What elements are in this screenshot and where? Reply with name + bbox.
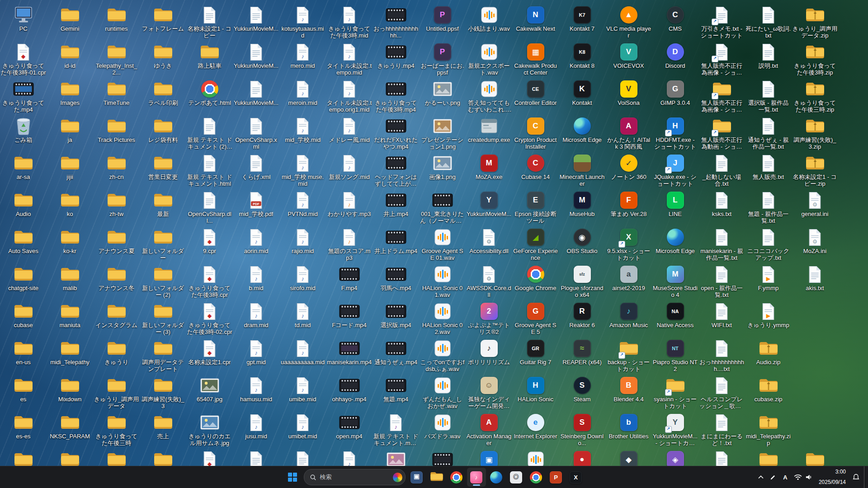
- desktop-icon[interactable]: manisekarin.mp4: [326, 337, 373, 366]
- desktop-icon[interactable]: zh-cn: [93, 152, 140, 181]
- desktop-icon[interactable]: es-es: [0, 411, 47, 440]
- desktop-icon[interactable]: 新規 テキスト ドキュメント.html: [186, 152, 233, 187]
- desktop-icon[interactable]: KKontakt: [559, 78, 605, 107]
- desktop-icon[interactable]: PC: [0, 4, 47, 33]
- taskbar-pinned-app-blue[interactable]: ▣: [407, 468, 426, 487]
- desktop-icon[interactable]: NTPiapro Studio NT2: [652, 337, 698, 372]
- desktop-icon[interactable]: Google Chrome: [512, 263, 559, 292]
- desktop-icon[interactable]: PDFmid_学校.pdf: [233, 189, 279, 218]
- start-button[interactable]: [283, 468, 302, 487]
- desktop-icon[interactable]: ♪: [326, 448, 373, 466]
- desktop-icon[interactable]: きゅうり食ってた.mp4: [0, 78, 47, 113]
- desktop-icon[interactable]: ◆: [186, 448, 233, 466]
- desktop-icon[interactable]: きゅうり食ってた午後三時.zip: [792, 78, 838, 113]
- desktop-icon[interactable]: ↗backup - ショートカット: [605, 337, 652, 372]
- taskbar-music-app[interactable]: ♪: [467, 468, 486, 487]
- desktop-icon[interactable]: こっでonですおfdsbふぁ.wav: [419, 337, 466, 372]
- desktop-icon[interactable]: Images: [47, 78, 93, 107]
- desktop-icon[interactable]: インスタグラム: [93, 300, 140, 329]
- desktop-icon[interactable]: Auto Saves: [0, 226, 47, 255]
- desktop-icon[interactable]: sfzPlogue sforzando x64: [559, 263, 605, 298]
- desktop-icon[interactable]: ●: [559, 448, 605, 466]
- desktop-icon[interactable]: H↗HDDFMT.exe - ショートカット: [652, 115, 698, 150]
- desktop-icon[interactable]: ♪きゅうり食ってた午後3時.mid: [326, 4, 373, 39]
- desktop-icon[interactable]: 無題 - 親作品一覧.txt: [745, 189, 792, 224]
- desktop-icon[interactable]: ↗syasinn - ショートカット: [652, 374, 698, 409]
- desktop-icon[interactable]: [233, 448, 279, 466]
- desktop-icon[interactable]: midi_Telepathy: [47, 337, 93, 366]
- desktop-icon[interactable]: [419, 448, 466, 466]
- desktop-icon[interactable]: GGroove Agent SE 5: [512, 300, 559, 335]
- desktop-icon[interactable]: きゅうり食ってた午後三時: [93, 411, 140, 446]
- desktop-icon[interactable]: NKSC_PARAM: [47, 411, 93, 440]
- taskbar-google-chrome[interactable]: [447, 468, 466, 487]
- taskbar-light-round-app[interactable]: ◎: [507, 468, 526, 487]
- desktop-icon[interactable]: J↗JQuake.exe - ショートカット: [652, 152, 698, 187]
- desktop-icon[interactable]: SSteam: [559, 374, 605, 403]
- desktop-icon[interactable]: ヘルスコンプレッション＿歌詞.txt: [698, 374, 745, 409]
- desktop-icon[interactable]: ♪メドレー風.mid: [326, 115, 373, 144]
- desktop-icon[interactable]: テンポあて.html: [186, 78, 233, 107]
- desktop-icon[interactable]: ♪新規 テキスト ドキュメント.musicxml: [373, 411, 419, 446]
- desktop-icon[interactable]: ♪新規ソング.mid: [326, 152, 373, 181]
- desktop-icon[interactable]: 営業日変更: [140, 152, 186, 181]
- desktop-icon[interactable]: [47, 448, 93, 466]
- desktop-icon[interactable]: ko: [47, 189, 93, 218]
- desktop-icon[interactable]: 選択版.mp4: [373, 300, 419, 329]
- desktop-icon[interactable]: きゅうり_調声用データ: [93, 374, 140, 409]
- desktop-icon[interactable]: en-us: [0, 337, 47, 366]
- desktop-icon[interactable]: 名称未設定1 - コピー: [186, 4, 233, 39]
- tray-overflow-chevron-button[interactable]: [755, 468, 767, 486]
- desktop-icon[interactable]: Track Pictures: [93, 115, 140, 144]
- desktop-icon[interactable]: ♪meroin.mid: [279, 78, 326, 107]
- desktop-icon[interactable]: アナウンス冬: [93, 263, 140, 292]
- desktop-icon[interactable]: ニコニコバックアップ.txt: [745, 226, 792, 261]
- desktop-icon[interactable]: おっhhhhhhhhhhh....txt: [698, 337, 745, 372]
- desktop-icon[interactable]: AActivation Manager: [466, 411, 512, 446]
- desktop-icon[interactable]: ゆうき: [140, 41, 186, 70]
- desktop-icon[interactable]: K8Kontakt 8: [559, 41, 605, 70]
- desktop-icon[interactable]: ◈: [652, 448, 698, 466]
- desktop-icon[interactable]: [792, 448, 838, 466]
- desktop-icon[interactable]: ◆きゅうり食ってた午後3時.cpr: [186, 263, 233, 298]
- search-box[interactable]: 検索: [304, 469, 406, 485]
- desktop-icon[interactable]: 新しいフォルダー (2): [140, 263, 186, 298]
- desktop-icon[interactable]: ◆: [605, 448, 652, 466]
- desktop-icon[interactable]: アナウンス夏: [93, 226, 140, 255]
- desktop-icon[interactable]: ☺孤独なインディーゲーム開発者の一生...: [466, 374, 512, 409]
- desktop-wallpaper[interactable]: PC◆きゅうり食ってた午後3時-01.cprきゅうり食ってた.mp4ごみ箱ar-…: [0, 0, 868, 466]
- desktop-icon[interactable]: ksks.txt: [698, 189, 745, 218]
- desktop-icon[interactable]: きゅうり: [93, 337, 140, 366]
- desktop-icon[interactable]: Audio.zip: [745, 337, 792, 366]
- desktop-icon[interactable]: Y↗YukkuriMovieM... - ショートカット: [652, 411, 698, 446]
- desktop-icon[interactable]: Minecraft Launcher: [559, 152, 605, 187]
- taskbar-file-explorer[interactable]: [427, 468, 446, 487]
- desktop-icon[interactable]: CCrypton Product Installer: [512, 115, 559, 150]
- desktop-icon[interactable]: [140, 448, 186, 466]
- desktop-icon[interactable]: Fコード.mp4: [326, 300, 373, 329]
- desktop-icon[interactable]: ⚙general.ini: [792, 189, 838, 218]
- desktop-icon[interactable]: Pおーばーまにお.ppsf: [419, 41, 466, 76]
- desktop-icon[interactable]: まにまにわーるど！.txt: [698, 411, 745, 446]
- desktop-icon[interactable]: es: [0, 374, 47, 403]
- desktop-icon[interactable]: 説明.txt: [745, 41, 792, 70]
- desktop-icon[interactable]: ♪b.mid: [233, 263, 279, 292]
- desktop-icon[interactable]: 名称未設定1 - コピー.zip: [792, 152, 838, 187]
- desktop-icon[interactable]: YYukkuriMovieM...: [466, 189, 512, 218]
- desktop-icon[interactable]: 新しいフォルダー (3): [140, 300, 186, 335]
- desktop-icon[interactable]: ↗無人販売不正行為画像 - ショートカット: [698, 78, 745, 113]
- desktop-icon[interactable]: Microsoft Edge: [652, 226, 698, 255]
- desktop-icon[interactable]: HALion Sonic 01.wav: [419, 263, 466, 298]
- desktop-icon[interactable]: [279, 448, 326, 466]
- desktop-icon[interactable]: ♪td.mid: [279, 300, 326, 329]
- desktop-icon[interactable]: cubase.zip: [745, 374, 792, 403]
- desktop-icon[interactable]: WIFI.txt: [698, 300, 745, 329]
- desktop-icon[interactable]: 選択版 - 親作品一覧.txt: [745, 78, 792, 113]
- taskbar-powerpoint[interactable]: P: [547, 468, 566, 487]
- desktop-icon[interactable]: Audio: [0, 189, 47, 218]
- desktop-icon[interactable]: ♪jusu.mid: [233, 411, 279, 440]
- desktop-icon[interactable]: ✓ノートン 360: [605, 152, 652, 181]
- clock-button[interactable]: 3:00 2025/09/14: [815, 468, 849, 486]
- desktop-icon[interactable]: 新規 テキスト ドキュメント (2).html: [186, 115, 233, 150]
- desktop-icon[interactable]: YukkuriMovieM...: [233, 4, 279, 33]
